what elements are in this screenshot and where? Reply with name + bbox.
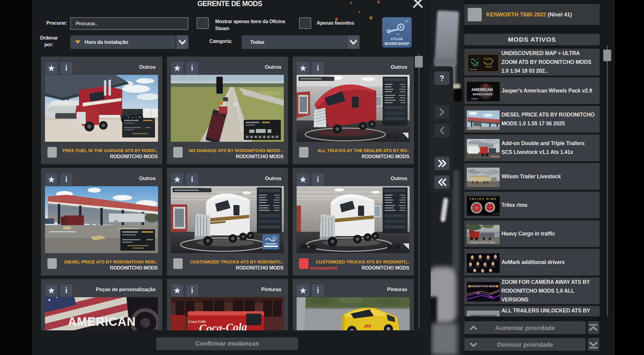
svg-text:TRILEX RIMS: TRILEX RIMS <box>470 197 497 200</box>
svg-text:TrannyPa: TrannyPa <box>493 226 500 228</box>
svg-text:Livestock: Livestock <box>490 155 500 158</box>
svg-text:AMERICAN: AMERICAN <box>68 315 136 328</box>
svg-text:Coca-Cola: Coca-Cola <box>188 319 206 324</box>
svg-text:RODONITCHO MODS: RODONITCHO MODS <box>470 285 497 288</box>
svg-text:Jasper: Jasper <box>471 97 478 100</box>
svg-text:AMERICAN: AMERICAN <box>471 87 493 92</box>
svg-text:Coca-Cola: Coca-Cola <box>199 321 247 330</box>
svg-text:dhl: dhl <box>364 323 371 329</box>
svg-text:WHEELS PACK: WHEELS PACK <box>473 93 493 96</box>
svg-text:v1.1 Fixed: v1.1 Fixed <box>492 213 500 215</box>
svg-text:Heavy Cargo in traffic: Heavy Cargo in traffic <box>470 241 495 244</box>
